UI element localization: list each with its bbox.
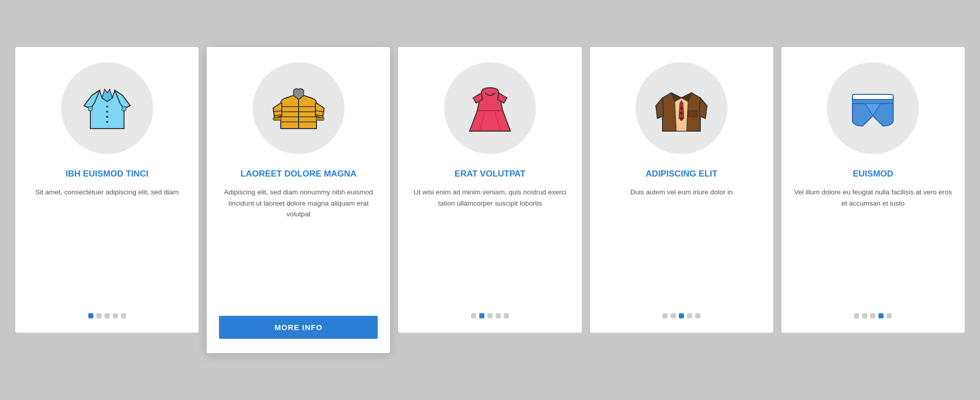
svg-rect-24	[688, 111, 697, 117]
card-briefs: EUISMOD Vel illum dolore eu feugiat null…	[781, 47, 965, 333]
card-dress-desc: Ut wisi enim ad minim veniam, quis nostr…	[410, 187, 569, 301]
jacket-icon-circle	[253, 62, 345, 154]
card-briefs-title: EUISMOD	[853, 168, 893, 180]
card-dress: ERAT VOLUTPAT Ut wisi enim ad minim veni…	[398, 47, 581, 333]
dot	[663, 313, 668, 318]
dress-icon	[462, 80, 518, 136]
card-suit: ADIPISCING ELIT Duis autem vel eum iriur…	[590, 47, 773, 333]
dot	[88, 313, 93, 318]
dot	[96, 313, 102, 318]
dot	[687, 313, 692, 318]
cards-container: IBH EUISMOD TINCI Sit amet, consectetuer…	[15, 47, 965, 353]
dot	[887, 313, 892, 318]
jacket-icon	[271, 80, 327, 136]
card-suit-title: ADIPISCING ELIT	[646, 168, 718, 180]
svg-rect-9	[122, 107, 126, 111]
dot	[870, 313, 875, 318]
dot	[105, 313, 110, 318]
card-shirt-desc: Sit amet, consectetuer adipiscing elit, …	[35, 187, 179, 301]
card-shirt-title: IBH EUISMOD TINCI	[65, 168, 148, 180]
dot	[504, 313, 509, 318]
card-shirt: IBH EUISMOD TINCI Sit amet, consectetuer…	[15, 47, 199, 333]
card-suit-dots	[663, 313, 700, 318]
card-jacket-desc: Adipiscing elit, sed diam nonummy nibh e…	[219, 187, 378, 305]
svg-point-25	[680, 107, 683, 110]
dot	[695, 313, 700, 318]
card-suit-desc: Duis autem vel eum iriure dolor in	[630, 187, 733, 301]
suit-icon	[653, 80, 709, 136]
dot	[113, 313, 118, 318]
briefs-icon	[845, 80, 901, 136]
dot	[471, 313, 476, 318]
dress-icon-circle	[444, 62, 536, 154]
svg-rect-29	[852, 94, 893, 99]
dot	[878, 313, 884, 318]
dot	[487, 313, 493, 318]
svg-point-26	[680, 112, 683, 115]
dot	[121, 313, 126, 318]
card-dress-dots	[471, 313, 509, 318]
card-briefs-dots	[854, 313, 892, 318]
briefs-icon-circle	[827, 62, 919, 154]
card-jacket-title: LAOREET DOLORE MAGNA	[240, 168, 357, 180]
svg-point-6	[106, 116, 108, 118]
svg-rect-19	[273, 117, 281, 120]
more-info-button[interactable]: MORE INFO	[219, 316, 378, 339]
card-briefs-desc: Vel illum dolore eu feugiat nulla facili…	[794, 187, 952, 301]
card-dress-title: ERAT VOLUTPAT	[455, 168, 526, 180]
card-shirt-dots	[88, 313, 126, 318]
svg-point-4	[106, 106, 108, 108]
shirt-icon	[79, 80, 135, 136]
suit-icon-circle	[635, 62, 727, 154]
svg-rect-20	[316, 117, 324, 120]
dot	[496, 313, 501, 318]
svg-point-7	[106, 121, 108, 123]
svg-point-27	[680, 117, 683, 120]
shirt-icon-circle	[61, 62, 153, 154]
dot	[479, 313, 484, 318]
dot	[671, 313, 676, 318]
svg-point-5	[106, 111, 108, 113]
dot	[862, 313, 867, 318]
dot	[854, 313, 859, 318]
card-jacket: LAOREET DOLORE MAGNA Adipiscing elit, se…	[207, 47, 390, 353]
dot	[679, 313, 684, 318]
svg-rect-8	[88, 107, 92, 111]
